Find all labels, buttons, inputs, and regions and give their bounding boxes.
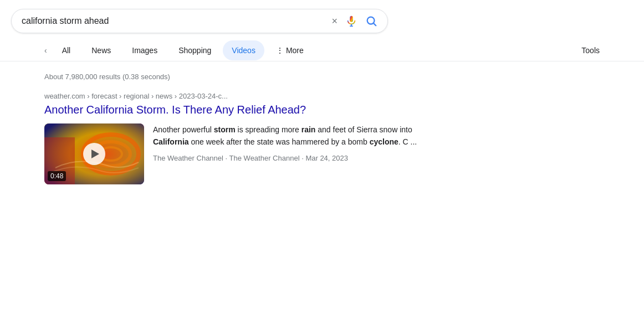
tab-all[interactable]: All [53,40,80,61]
result-thumbnail[interactable]: 0:48 [44,123,144,184]
svg-line-4 [374,23,376,25]
tab-images[interactable]: Images [122,40,167,61]
snippet-bold-3: California [153,137,189,146]
result-date: Mar 24, 2023 [305,154,348,162]
back-arrow[interactable]: ‹ [44,46,47,55]
tab-shopping[interactable]: Shopping [169,40,221,61]
svg-rect-0 [350,16,353,22]
results-area: About 7,980,000 results (0.38 seconds) w… [0,61,644,195]
search-input[interactable]: california storm ahead [22,16,326,26]
result-meta: The Weather Channel · The Weather Channe… [153,153,421,164]
search-bar-area: california storm ahead × [0,0,644,40]
result-body: 0:48 Another powerful storm is spreading… [44,123,421,184]
tab-tools[interactable]: Tools [581,40,600,60]
snippet-text-end: . C ... [398,137,417,146]
result-title[interactable]: Another California Storm. Is There Any R… [44,102,421,117]
results-count: About 7,980,000 results (0.38 seconds) [44,73,600,81]
result-separator1: · [226,154,229,162]
result-breadcrumb: weather.com › forecast › regional › news… [44,92,421,100]
snippet-text-before: Another powerful [153,125,214,134]
mic-icon[interactable] [345,15,357,27]
tab-videos[interactable]: Videos [223,40,264,60]
result-source2: The Weather Channel [229,154,300,162]
dots-more-icon: ⋮ [276,46,284,55]
tabs-area: ‹ All News Images Shopping Videos ⋮ More… [0,40,644,61]
tab-more-label: More [286,46,304,55]
video-duration: 0:48 [48,171,66,181]
tab-news[interactable]: News [82,40,120,61]
snippet-bold-4: cyclone [370,137,398,146]
clear-icon[interactable]: × [331,16,338,27]
snippet-text-mid3: one week after the state was hammered by… [189,137,370,146]
result-snippet: Another powerful storm is spreading more… [153,123,421,184]
result-source1: The Weather Channel [153,154,223,162]
search-icon[interactable] [365,15,377,27]
snippet-text-mid1: is spreading more [236,125,301,134]
snippet-bold-1: storm [214,125,236,134]
search-box: california storm ahead × [11,9,388,33]
play-button[interactable] [83,143,105,165]
result-item: weather.com › forecast › regional › news… [44,92,421,184]
snippet-bold-2: rain [301,125,316,134]
search-icons: × [331,15,377,27]
snippet-text-mid2: and feet of Sierra snow into [315,125,412,134]
tab-more[interactable]: ⋮ More [267,40,313,61]
